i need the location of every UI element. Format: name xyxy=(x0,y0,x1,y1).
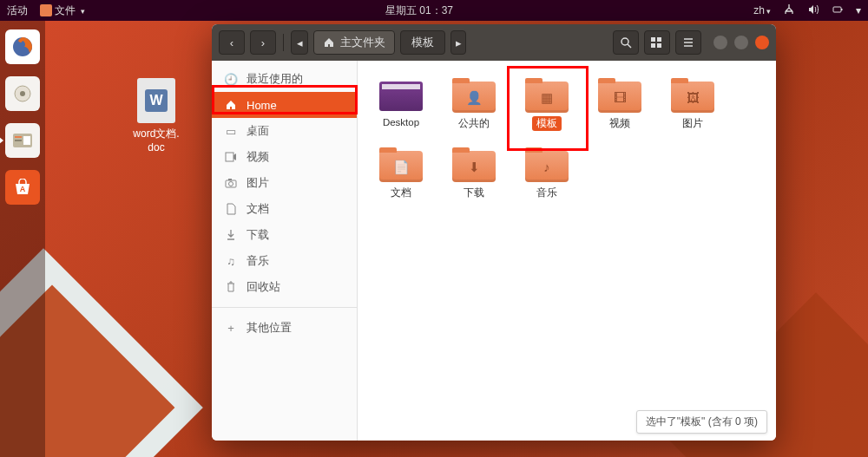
home-icon xyxy=(323,36,335,49)
clock-icon: 🕘 xyxy=(224,73,238,86)
window-maximize-button[interactable] xyxy=(734,36,748,49)
nav-back-button[interactable]: ‹ xyxy=(219,30,245,55)
sidebar-item-trash[interactable]: 回收站 xyxy=(212,274,357,300)
svg-rect-14 xyxy=(651,43,655,48)
hamburger-menu-button[interactable] xyxy=(675,30,701,55)
input-method-indicator[interactable]: zh xyxy=(753,4,771,16)
places-sidebar: 🕘 最近使用的 Home ▭ 桌面 视频 xyxy=(212,61,358,441)
clock[interactable]: 星期五 01：37 xyxy=(85,3,754,18)
folder-pictures[interactable]: 🖼 图片 xyxy=(656,75,729,144)
folder-icon: ▦ xyxy=(525,78,569,113)
activities-button[interactable]: 活动 xyxy=(7,3,28,18)
path-segment-templates[interactable]: 模板 xyxy=(400,30,445,55)
search-button[interactable] xyxy=(613,30,639,55)
folder-videos[interactable]: 🎞 视频 xyxy=(583,75,656,144)
window-minimize-button[interactable] xyxy=(713,36,727,49)
folder-icon: 📄 xyxy=(379,147,423,182)
menu-icon xyxy=(682,36,694,49)
folder-icon: 👤 xyxy=(452,78,496,113)
folder-public[interactable]: 👤 公共的 xyxy=(437,75,510,144)
sidebar-item-desktop[interactable]: ▭ 桌面 xyxy=(212,118,357,144)
launcher-firefox[interactable] xyxy=(5,29,40,64)
svg-rect-6 xyxy=(15,136,22,138)
sidebar-item-other-locations[interactable]: + 其他位置 xyxy=(212,315,357,341)
grid-icon xyxy=(650,36,664,49)
svg-point-4 xyxy=(20,91,25,96)
download-icon xyxy=(224,229,238,241)
svg-rect-15 xyxy=(657,43,661,48)
desktop-icon: ▭ xyxy=(224,125,238,138)
folder-icon: 🖼 xyxy=(671,78,714,113)
launcher-files[interactable] xyxy=(5,123,40,158)
trash-icon xyxy=(224,281,238,293)
svg-rect-13 xyxy=(657,37,661,42)
svg-rect-1 xyxy=(841,9,843,10)
plus-icon: + xyxy=(224,322,238,335)
video-icon xyxy=(224,152,238,162)
folder-music[interactable]: ♪ 音乐 xyxy=(510,144,583,213)
sidebar-item-documents[interactable]: 文档 xyxy=(212,196,357,222)
folder-content-area[interactable]: Desktop 👤 公共的 ▦ 模板 🎞 视频 🖼 图片 xyxy=(358,61,776,441)
folder-icon: ⬇ xyxy=(452,147,496,182)
svg-rect-8 xyxy=(23,136,30,145)
window-close-button[interactable] xyxy=(755,36,769,49)
folder-templates[interactable]: ▦ 模板 xyxy=(510,75,583,144)
word-file-icon: W xyxy=(137,78,175,123)
battery-icon[interactable] xyxy=(832,3,844,18)
svg-rect-12 xyxy=(651,37,655,42)
sidebar-item-downloads[interactable]: 下载 xyxy=(212,222,357,248)
svg-rect-0 xyxy=(833,7,841,12)
svg-point-18 xyxy=(229,182,233,186)
file-manager-headerbar: ‹ › ◂ 主文件夹 模板 ▸ xyxy=(212,24,776,61)
launcher-software[interactable]: A xyxy=(5,170,40,205)
music-icon: ♫ xyxy=(224,255,238,268)
document-icon xyxy=(224,203,238,215)
home-icon xyxy=(224,99,238,111)
system-menu-caret[interactable]: ▾ xyxy=(856,4,861,16)
path-segment-home[interactable]: 主文件夹 xyxy=(313,30,395,55)
folder-documents[interactable]: 📄 文档 xyxy=(365,144,437,213)
app-menu[interactable]: 文件 xyxy=(40,3,85,18)
folder-icon: ♪ xyxy=(525,147,569,182)
top-panel: 活动 文件 星期五 01：37 zh ▾ xyxy=(0,0,868,21)
file-manager-window: ‹ › ◂ 主文件夹 模板 ▸ 🕘 最近使用的 xyxy=(212,24,776,441)
svg-text:A: A xyxy=(20,185,26,193)
svg-rect-16 xyxy=(226,153,233,161)
sidebar-item-recent[interactable]: 🕘 最近使用的 xyxy=(212,66,357,92)
path-up-button[interactable]: ◂ xyxy=(291,30,308,55)
folder-downloads[interactable]: ⬇ 下载 xyxy=(437,144,510,213)
svg-rect-19 xyxy=(228,179,232,180)
desktop-file-word-doc[interactable]: W word文档. doc xyxy=(122,78,191,153)
svg-point-10 xyxy=(621,38,628,45)
desktop-folder-icon xyxy=(379,78,423,113)
network-icon[interactable] xyxy=(783,3,795,18)
sidebar-item-music[interactable]: ♫ 音乐 xyxy=(212,248,357,274)
search-icon xyxy=(620,36,632,49)
folder-icon: 🎞 xyxy=(598,78,641,113)
launcher-dock: A xyxy=(0,21,45,457)
sidebar-item-pictures[interactable]: 图片 xyxy=(212,170,357,196)
camera-icon xyxy=(224,178,238,188)
nav-forward-button[interactable]: › xyxy=(250,30,276,55)
folder-desktop[interactable]: Desktop xyxy=(365,75,437,144)
path-more-button[interactable]: ▸ xyxy=(450,30,466,55)
view-mode-button[interactable] xyxy=(644,30,670,55)
launcher-rhythmbox[interactable] xyxy=(5,76,40,111)
sidebar-item-videos[interactable]: 视频 xyxy=(212,144,357,170)
svg-rect-7 xyxy=(15,140,22,141)
sidebar-item-home[interactable]: Home xyxy=(212,92,357,118)
svg-line-11 xyxy=(628,44,631,48)
volume-icon[interactable] xyxy=(807,3,819,18)
status-bar: 选中了"模板" (含有 0 项) xyxy=(636,410,767,434)
